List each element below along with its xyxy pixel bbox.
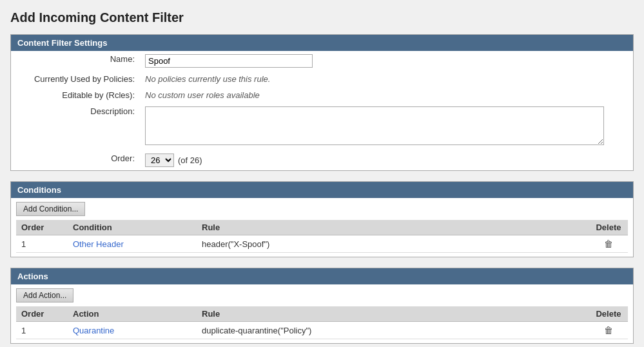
actions-table-head: Order Action Rule Delete xyxy=(16,306,628,322)
order-wrapper: 26 (of 26) xyxy=(145,154,628,167)
actions-body: Add Action... Order Action Rule Delete 1… xyxy=(11,284,633,343)
actions-header: Actions xyxy=(11,268,633,284)
condition-rule-cell: header("X-Spoof") xyxy=(197,235,589,253)
add-action-button[interactable]: Add Action... xyxy=(16,288,73,302)
name-label: Name: xyxy=(11,51,140,71)
actions-col-delete: Delete xyxy=(589,306,628,322)
conditions-table-body: 1 Other Header header("X-Spoof") 🗑 xyxy=(16,235,628,253)
actions-table: Order Action Rule Delete 1 Quarantine du… xyxy=(16,306,628,339)
actions-col-order: Order xyxy=(16,306,68,322)
currently-used-label: Currently Used by Policies: xyxy=(11,71,140,87)
conditions-header: Conditions xyxy=(11,182,633,198)
condition-delete-icon[interactable]: 🗑 xyxy=(604,239,613,249)
conditions-table: Order Condition Rule Delete 1 Other Head… xyxy=(16,220,628,253)
editable-by-label: Editable by (Rcles): xyxy=(11,87,140,103)
editable-by-value: No custom user roles available xyxy=(140,87,633,103)
condition-order-cell: 1 xyxy=(16,235,68,253)
name-row: Name: xyxy=(11,51,633,71)
content-filter-settings-body: Name: Currently Used by Policies: No pol… xyxy=(11,51,633,170)
currently-used-value: No policies currently use this rule. xyxy=(140,71,633,87)
action-order-cell: 1 xyxy=(16,322,68,339)
action-name-cell: Quarantine xyxy=(68,322,197,339)
order-value-cell: 26 (of 26) xyxy=(140,150,633,170)
actions-col-rule: Rule xyxy=(197,306,589,322)
name-input[interactable] xyxy=(145,54,313,68)
order-select[interactable]: 26 xyxy=(145,154,174,167)
order-of-text: (of 26) xyxy=(178,155,202,165)
description-value-cell xyxy=(140,103,633,150)
conditions-col-order: Order xyxy=(16,220,68,235)
actions-section: Actions Add Action... Order Action Rule … xyxy=(10,268,634,344)
description-label: Description: xyxy=(11,103,140,150)
conditions-header-row: Order Condition Rule Delete xyxy=(16,220,628,235)
content-filter-settings-section: Content Filter Settings Name: Currently … xyxy=(10,34,634,171)
table-row: 1 Other Header header("X-Spoof") 🗑 xyxy=(16,235,628,253)
description-input[interactable] xyxy=(145,106,604,145)
settings-form-table: Name: Currently Used by Policies: No pol… xyxy=(11,51,633,170)
conditions-table-head: Order Condition Rule Delete xyxy=(16,220,628,235)
conditions-col-delete: Delete xyxy=(589,220,628,235)
order-row: Order: 26 (of 26) xyxy=(11,150,633,170)
conditions-body: Add Condition... Order Condition Rule De… xyxy=(11,198,633,257)
conditions-section: Conditions Add Condition... Order Condit… xyxy=(10,181,634,257)
order-label: Order: xyxy=(11,150,140,170)
action-delete-cell: 🗑 xyxy=(589,322,628,339)
description-row: Description: xyxy=(11,103,633,150)
add-condition-button[interactable]: Add Condition... xyxy=(16,202,85,216)
condition-delete-cell: 🗑 xyxy=(589,235,628,253)
content-filter-settings-header: Content Filter Settings xyxy=(11,35,633,51)
name-value-cell xyxy=(140,51,633,71)
condition-link[interactable]: Other Header xyxy=(73,239,124,249)
condition-name-cell: Other Header xyxy=(68,235,197,253)
conditions-col-rule: Rule xyxy=(197,220,589,235)
page-title: Add Incoming Content Filter xyxy=(10,10,634,25)
editable-by-row: Editable by (Rcles): No custom user role… xyxy=(11,87,633,103)
actions-table-body: 1 Quarantine duplicate-quarantine("Polic… xyxy=(16,322,628,339)
actions-col-action: Action xyxy=(68,306,197,322)
currently-used-row: Currently Used by Policies: No policies … xyxy=(11,71,633,87)
conditions-col-condition: Condition xyxy=(68,220,197,235)
table-row: 1 Quarantine duplicate-quarantine("Polic… xyxy=(16,322,628,339)
actions-header-row: Order Action Rule Delete xyxy=(16,306,628,322)
action-rule-cell: duplicate-quarantine("Policy") xyxy=(197,322,589,339)
action-link[interactable]: Quarantine xyxy=(73,326,114,335)
action-delete-icon[interactable]: 🗑 xyxy=(604,325,613,335)
